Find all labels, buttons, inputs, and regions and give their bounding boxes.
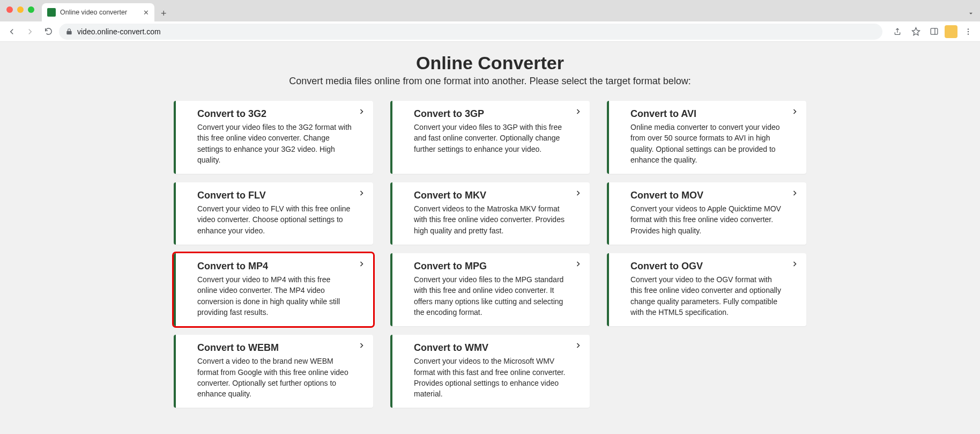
- new-tab-button[interactable]: +: [161, 9, 167, 18]
- card-convert-to-webm[interactable]: Convert to WEBMConvert a video to the br…: [174, 335, 373, 408]
- chevron-right-icon: [358, 342, 365, 349]
- chevron-right-icon: [358, 108, 365, 115]
- window-controls: [6, 6, 34, 13]
- page-title: Online Converter: [0, 53, 980, 73]
- svg-point-3: [968, 31, 969, 32]
- toolbar-right: [890, 24, 976, 39]
- page-content: Online Converter Convert media files onl…: [0, 42, 980, 408]
- card-convert-to-ogv[interactable]: Convert to OGVConvert your video to the …: [607, 253, 806, 326]
- window-maximize-button[interactable]: [28, 6, 34, 13]
- card-description: Convert videos to the Matroska MKV forma…: [414, 203, 568, 236]
- card-description: Convert your video files to 3GP with thi…: [414, 122, 568, 155]
- card-title: Convert to MPG: [414, 261, 568, 272]
- chevron-right-icon: [791, 190, 798, 196]
- chrome-menu-button[interactable]: [961, 24, 976, 39]
- card-description: Convert your video files to the MPG stan…: [414, 274, 568, 318]
- chevron-right-icon: [358, 261, 365, 267]
- browser-toolbar: video.online-convert.com: [0, 21, 980, 42]
- chevron-right-icon: [575, 190, 581, 196]
- card-convert-to-flv[interactable]: Convert to FLVConvert your video to FLV …: [174, 182, 373, 245]
- close-tab-button[interactable]: ✕: [143, 9, 149, 16]
- chevron-right-icon: [575, 108, 581, 115]
- chevron-right-icon: [358, 190, 365, 196]
- svg-rect-0: [931, 28, 938, 34]
- card-convert-to-mkv[interactable]: Convert to MKVConvert videos to the Matr…: [390, 182, 590, 245]
- card-description: Online media converter to convert your v…: [630, 122, 785, 165]
- chevron-right-icon: [791, 261, 798, 267]
- svg-point-4: [968, 33, 969, 34]
- forward-button[interactable]: [23, 24, 38, 39]
- svg-point-2: [968, 28, 969, 30]
- card-convert-to-3gp[interactable]: Convert to 3GPConvert your video files t…: [390, 101, 590, 174]
- bookmark-button[interactable]: [908, 24, 923, 39]
- card-convert-to-mp4[interactable]: Convert to MP4Convert your video to MP4 …: [174, 253, 373, 326]
- card-description: Convert your video to FLV with this free…: [197, 203, 352, 236]
- card-description: Convert your video to MP4 with this free…: [197, 274, 352, 318]
- chevron-right-icon: [575, 261, 581, 267]
- url-text: video.online-convert.com: [77, 27, 161, 36]
- tab-strip: Online video converter ✕ +: [0, 0, 980, 21]
- browser-tab[interactable]: Online video converter ✕: [42, 3, 154, 21]
- tab-title: Online video converter: [60, 9, 139, 16]
- card-title: Convert to MOV: [630, 190, 785, 201]
- window-close-button[interactable]: [6, 6, 13, 13]
- card-convert-to-mpg[interactable]: Convert to MPGConvert your video files t…: [390, 253, 590, 326]
- card-convert-to-avi[interactable]: Convert to AVIOnline media converter to …: [607, 101, 806, 174]
- card-description: Convert your videos to Apple Quicktime M…: [630, 203, 785, 236]
- extension-icon[interactable]: [945, 25, 957, 38]
- lock-icon: [65, 28, 73, 35]
- share-button[interactable]: [890, 24, 905, 39]
- card-title: Convert to 3GP: [414, 108, 568, 120]
- card-title: Convert to AVI: [630, 108, 785, 120]
- card-description: Convert a video to the brand new WEBM fo…: [197, 356, 352, 399]
- tab-favicon: [47, 8, 56, 17]
- card-title: Convert to FLV: [197, 190, 352, 201]
- card-convert-to-mov[interactable]: Convert to MOVConvert your videos to App…: [607, 182, 806, 245]
- chevron-right-icon: [575, 342, 581, 349]
- side-panel-button[interactable]: [926, 24, 941, 39]
- address-bar[interactable]: video.online-convert.com: [59, 24, 882, 40]
- card-description: Convert your video to the OGV format wit…: [630, 274, 785, 318]
- chevron-right-icon: [791, 108, 798, 115]
- card-title: Convert to WMV: [414, 342, 568, 354]
- page-subtitle: Convert media files online from one form…: [0, 76, 980, 87]
- card-title: Convert to WEBM: [197, 342, 352, 354]
- card-title: Convert to 3G2: [197, 108, 352, 120]
- converter-cards-grid: Convert to 3G2Convert your video files t…: [174, 101, 806, 408]
- reload-button[interactable]: [41, 24, 56, 39]
- tabs-dropdown-button[interactable]: [967, 10, 975, 17]
- card-convert-to-wmv[interactable]: Convert to WMVConvert your videos to the…: [390, 335, 590, 408]
- card-title: Convert to OGV: [630, 261, 785, 272]
- window-minimize-button[interactable]: [17, 6, 24, 13]
- back-button[interactable]: [4, 24, 19, 39]
- card-title: Convert to MKV: [414, 190, 568, 201]
- card-title: Convert to MP4: [197, 261, 352, 272]
- card-description: Convert your video files to the 3G2 form…: [197, 122, 352, 165]
- card-description: Convert your videos to the Microsoft WMV…: [414, 356, 568, 399]
- card-convert-to-3g2[interactable]: Convert to 3G2Convert your video files t…: [174, 101, 373, 174]
